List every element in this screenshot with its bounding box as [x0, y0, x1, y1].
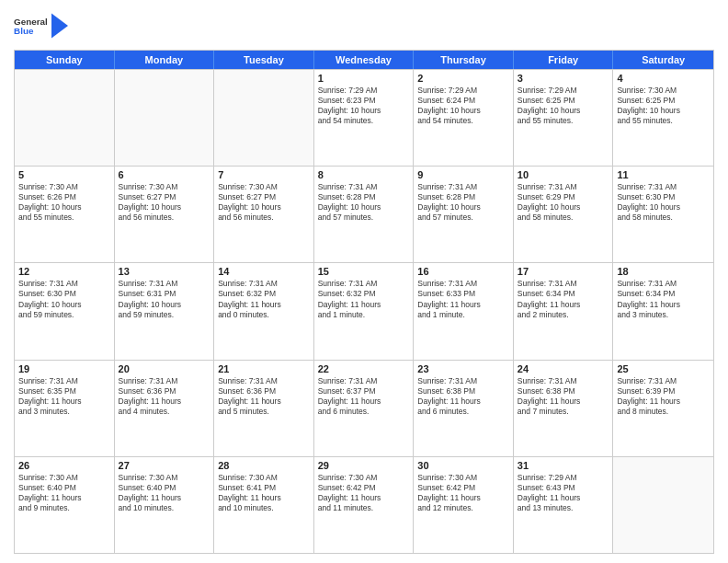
cell-info: Sunrise: 7:31 AMSunset: 6:30 PMDaylight:…: [18, 279, 110, 319]
day-number: 13: [119, 266, 210, 277]
header-day-thursday: Thursday: [414, 51, 514, 69]
day-number: 6: [119, 169, 210, 180]
day-number: 21: [218, 363, 310, 374]
calendar-cell: 17Sunrise: 7:31 AMSunset: 6:34 PMDayligh…: [514, 263, 614, 359]
calendar-cell: [613, 457, 713, 553]
header-day-tuesday: Tuesday: [214, 51, 314, 69]
calendar-cell: 30Sunrise: 7:30 AMSunset: 6:42 PMDayligh…: [414, 457, 514, 553]
calendar-cell: 21Sunrise: 7:31 AMSunset: 6:36 PMDayligh…: [214, 361, 314, 456]
calendar-cell: 1Sunrise: 7:29 AMSunset: 6:23 PMDaylight…: [314, 70, 415, 166]
calendar-cell: 6Sunrise: 7:30 AMSunset: 6:27 PMDaylight…: [115, 167, 215, 262]
cell-info: Sunrise: 7:31 AMSunset: 6:34 PMDaylight:…: [617, 279, 710, 319]
calendar-cell: [115, 70, 215, 166]
calendar-cell: 27Sunrise: 7:30 AMSunset: 6:40 PMDayligh…: [115, 457, 215, 553]
day-number: 22: [318, 363, 410, 374]
calendar-week-5: 26Sunrise: 7:30 AMSunset: 6:40 PMDayligh…: [15, 456, 713, 553]
day-number: 25: [617, 363, 710, 374]
svg-marker-2: [51, 14, 68, 39]
cell-info: Sunrise: 7:31 AMSunset: 6:34 PMDaylight:…: [518, 279, 609, 319]
cell-info: Sunrise: 7:31 AMSunset: 6:35 PMDaylight:…: [18, 376, 110, 417]
cell-info: Sunrise: 7:30 AMSunset: 6:42 PMDaylight:…: [417, 473, 509, 513]
calendar-week-2: 5Sunrise: 7:30 AMSunset: 6:26 PMDaylight…: [15, 166, 713, 262]
day-number: 1: [318, 73, 410, 84]
logo-svg: General Blue: [14, 9, 47, 42]
cell-info: Sunrise: 7:31 AMSunset: 6:36 PMDaylight:…: [119, 376, 210, 417]
calendar-header: SundayMondayTuesdayWednesdayThursdayFrid…: [15, 51, 713, 69]
day-number: 28: [218, 460, 310, 471]
day-number: 2: [417, 73, 509, 84]
day-number: 24: [518, 363, 609, 374]
calendar-cell: 20Sunrise: 7:31 AMSunset: 6:36 PMDayligh…: [115, 361, 215, 456]
day-number: 5: [18, 169, 110, 180]
cell-info: Sunrise: 7:30 AMSunset: 6:27 PMDaylight:…: [218, 182, 310, 223]
calendar-cell: 11Sunrise: 7:31 AMSunset: 6:30 PMDayligh…: [613, 167, 713, 262]
calendar-cell: 15Sunrise: 7:31 AMSunset: 6:32 PMDayligh…: [314, 263, 415, 359]
header-day-saturday: Saturday: [613, 51, 713, 69]
header-day-sunday: Sunday: [15, 51, 115, 69]
calendar-cell: 22Sunrise: 7:31 AMSunset: 6:37 PMDayligh…: [314, 361, 415, 456]
calendar-cell: 18Sunrise: 7:31 AMSunset: 6:34 PMDayligh…: [613, 263, 713, 359]
cell-info: Sunrise: 7:31 AMSunset: 6:28 PMDaylight:…: [318, 182, 410, 223]
cell-info: Sunrise: 7:30 AMSunset: 6:41 PMDaylight:…: [218, 473, 310, 513]
day-number: 9: [417, 169, 509, 180]
header: General Blue: [14, 9, 714, 42]
cell-info: Sunrise: 7:31 AMSunset: 6:32 PMDaylight:…: [318, 279, 410, 319]
day-number: 23: [417, 363, 509, 374]
cell-info: Sunrise: 7:31 AMSunset: 6:38 PMDaylight:…: [518, 376, 609, 417]
cell-info: Sunrise: 7:30 AMSunset: 6:26 PMDaylight:…: [18, 182, 110, 223]
day-number: 30: [417, 460, 509, 471]
cell-info: Sunrise: 7:31 AMSunset: 6:30 PMDaylight:…: [617, 182, 710, 223]
calendar-cell: 9Sunrise: 7:31 AMSunset: 6:28 PMDaylight…: [414, 167, 514, 262]
cell-info: Sunrise: 7:31 AMSunset: 6:38 PMDaylight:…: [417, 376, 509, 417]
cell-info: Sunrise: 7:30 AMSunset: 6:25 PMDaylight:…: [617, 86, 710, 126]
calendar-cell: [214, 70, 314, 166]
header-day-wednesday: Wednesday: [314, 51, 415, 69]
calendar-cell: 10Sunrise: 7:31 AMSunset: 6:29 PMDayligh…: [514, 167, 614, 262]
calendar-cell: 4Sunrise: 7:30 AMSunset: 6:25 PMDaylight…: [613, 70, 713, 166]
day-number: 8: [318, 169, 410, 180]
day-number: 17: [518, 266, 609, 277]
calendar-cell: 25Sunrise: 7:31 AMSunset: 6:39 PMDayligh…: [613, 361, 713, 456]
cell-info: Sunrise: 7:31 AMSunset: 6:33 PMDaylight:…: [417, 279, 509, 319]
logo: General Blue: [14, 9, 69, 42]
logo-arrow: [51, 9, 69, 42]
cell-info: Sunrise: 7:29 AMSunset: 6:23 PMDaylight:…: [318, 86, 410, 126]
calendar-cell: 26Sunrise: 7:30 AMSunset: 6:40 PMDayligh…: [15, 457, 115, 553]
calendar-week-4: 19Sunrise: 7:31 AMSunset: 6:35 PMDayligh…: [15, 360, 713, 456]
cell-info: Sunrise: 7:30 AMSunset: 6:40 PMDaylight:…: [119, 473, 210, 513]
calendar-cell: 12Sunrise: 7:31 AMSunset: 6:30 PMDayligh…: [15, 263, 115, 359]
cell-info: Sunrise: 7:31 AMSunset: 6:28 PMDaylight:…: [417, 182, 509, 223]
day-number: 31: [518, 460, 609, 471]
calendar-cell: 14Sunrise: 7:31 AMSunset: 6:32 PMDayligh…: [214, 263, 314, 359]
day-number: 14: [218, 266, 310, 277]
cell-info: Sunrise: 7:31 AMSunset: 6:39 PMDaylight:…: [617, 376, 710, 417]
cell-info: Sunrise: 7:31 AMSunset: 6:37 PMDaylight:…: [318, 376, 410, 417]
header-day-friday: Friday: [514, 51, 614, 69]
day-number: 27: [119, 460, 210, 471]
calendar-cell: 19Sunrise: 7:31 AMSunset: 6:35 PMDayligh…: [15, 361, 115, 456]
day-number: 3: [518, 73, 609, 84]
calendar-week-1: 1Sunrise: 7:29 AMSunset: 6:23 PMDaylight…: [15, 69, 713, 166]
calendar: SundayMondayTuesdayWednesdayThursdayFrid…: [14, 50, 714, 554]
calendar-cell: 3Sunrise: 7:29 AMSunset: 6:25 PMDaylight…: [514, 70, 614, 166]
cell-info: Sunrise: 7:30 AMSunset: 6:40 PMDaylight:…: [18, 473, 110, 513]
cell-info: Sunrise: 7:31 AMSunset: 6:31 PMDaylight:…: [119, 279, 210, 319]
calendar-cell: [15, 70, 115, 166]
calendar-cell: 7Sunrise: 7:30 AMSunset: 6:27 PMDaylight…: [214, 167, 314, 262]
calendar-week-3: 12Sunrise: 7:31 AMSunset: 6:30 PMDayligh…: [15, 262, 713, 359]
cell-info: Sunrise: 7:29 AMSunset: 6:25 PMDaylight:…: [518, 86, 609, 126]
day-number: 15: [318, 266, 410, 277]
calendar-cell: 28Sunrise: 7:30 AMSunset: 6:41 PMDayligh…: [214, 457, 314, 553]
svg-text:Blue: Blue: [14, 26, 34, 36]
calendar-cell: 31Sunrise: 7:29 AMSunset: 6:43 PMDayligh…: [514, 457, 614, 553]
page-container: General Blue SundayMondayTuesdayWednesda…: [0, 0, 728, 563]
svg-text:General: General: [14, 17, 47, 27]
day-number: 26: [18, 460, 110, 471]
calendar-cell: 5Sunrise: 7:30 AMSunset: 6:26 PMDaylight…: [15, 167, 115, 262]
day-number: 11: [617, 169, 710, 180]
cell-info: Sunrise: 7:31 AMSunset: 6:29 PMDaylight:…: [518, 182, 609, 223]
calendar-cell: 16Sunrise: 7:31 AMSunset: 6:33 PMDayligh…: [414, 263, 514, 359]
header-day-monday: Monday: [115, 51, 215, 69]
calendar-cell: 29Sunrise: 7:30 AMSunset: 6:42 PMDayligh…: [314, 457, 415, 553]
day-number: 12: [18, 266, 110, 277]
